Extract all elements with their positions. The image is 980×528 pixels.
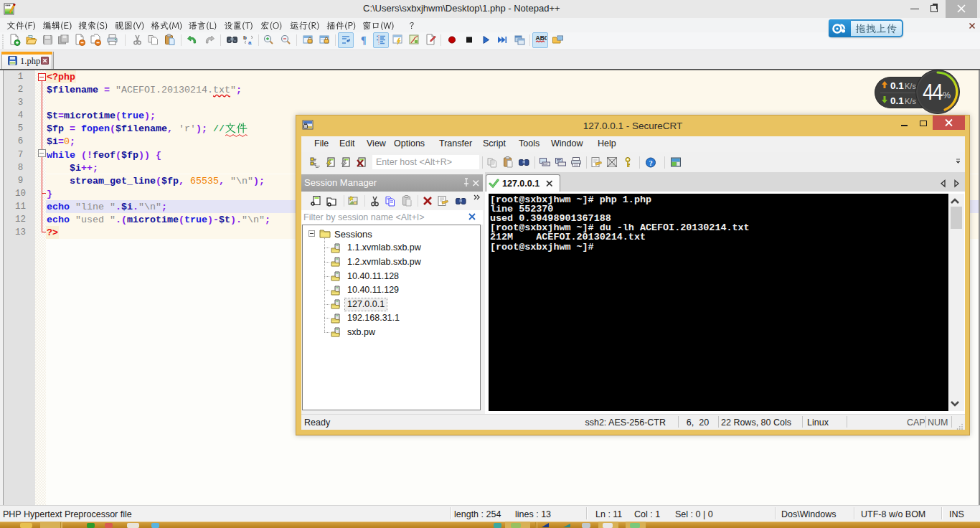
svg-text:a: a	[248, 39, 252, 46]
svg-text:b: b	[243, 34, 247, 41]
svg-text:?: ?	[649, 159, 653, 167]
svg-text:¶: ¶	[361, 35, 367, 46]
